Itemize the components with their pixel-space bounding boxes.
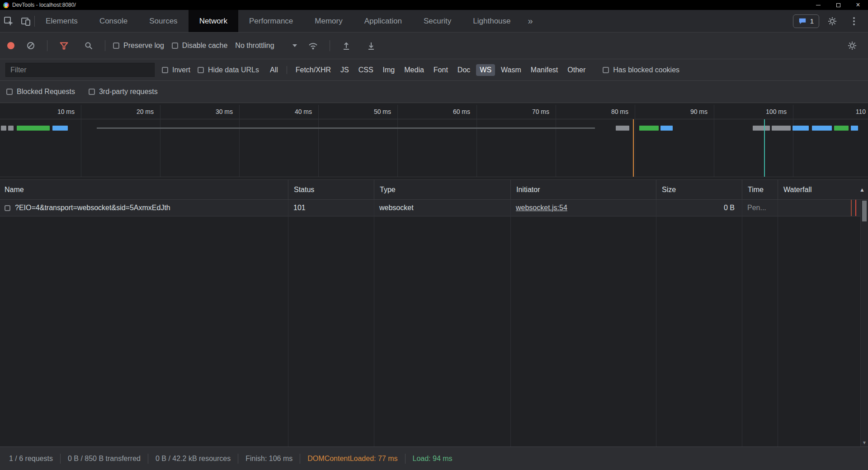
column-separator	[374, 200, 374, 446]
blocked-requests-checkbox[interactable]: Blocked Requests	[6, 88, 75, 96]
minimize-button[interactable]	[808, 0, 828, 10]
record-network-log-button[interactable]	[7, 42, 14, 49]
filter-input[interactable]	[5, 63, 155, 77]
filter-type-doc[interactable]: Doc	[454, 64, 474, 76]
filter-type-other[interactable]: Other	[564, 64, 589, 76]
export-har-button[interactable]	[363, 37, 380, 54]
column-header-type[interactable]: Type	[374, 180, 510, 199]
resources-size: 0 B / 42.2 kB resources	[148, 455, 238, 463]
overview-request-bar	[753, 126, 770, 131]
clear-network-log-button[interactable]	[22, 37, 39, 54]
timeline-gridline	[239, 105, 240, 177]
transferred-size: 0 B / 850 B transferred	[61, 455, 148, 463]
tab-sources[interactable]: Sources	[138, 10, 188, 32]
filter-type-fetchxhr[interactable]: Fetch/XHR	[292, 64, 335, 76]
requests-count: 1 / 6 requests	[2, 455, 60, 463]
filter-type-img[interactable]: Img	[379, 64, 399, 76]
overview-request-bar	[772, 126, 791, 131]
more-tabs-button[interactable]: »	[522, 10, 539, 32]
timeline-gridline	[397, 105, 398, 177]
column-header-name[interactable]: Name	[0, 180, 288, 199]
checkbox-box[interactable]	[6, 89, 13, 95]
initiator-link[interactable]: websocket.js:54	[516, 204, 567, 212]
finish-time: Finish: 106 ms	[238, 455, 300, 463]
checkbox-box[interactable]	[162, 67, 168, 73]
filter-type-ws[interactable]: WS	[476, 64, 495, 76]
sort-ascending-icon: ▲	[859, 187, 865, 193]
toolbar-divider	[105, 40, 105, 51]
column-header-status[interactable]: Status	[288, 180, 374, 199]
column-header-initiator[interactable]: Initiator	[510, 180, 656, 199]
checkbox-box[interactable]	[89, 89, 95, 95]
filter-type-wasm[interactable]: Wasm	[497, 64, 525, 76]
tab-memory[interactable]: Memory	[304, 10, 353, 32]
column-header-waterfall[interactable]: Waterfall▲	[778, 180, 868, 199]
filter-type-media[interactable]: Media	[401, 64, 428, 76]
dcl-event-line	[633, 119, 634, 177]
column-header-label: Name	[5, 186, 24, 194]
search-button[interactable]	[80, 37, 97, 54]
tab-console[interactable]: Console	[89, 10, 138, 32]
tab-application[interactable]: Application	[354, 10, 413, 32]
column-header-time[interactable]: Time	[742, 180, 778, 199]
filter-type-all[interactable]: All	[266, 64, 282, 76]
tab-security[interactable]: Security	[413, 10, 462, 32]
timeline-tick-label: 70 ms	[479, 108, 549, 115]
third-party-requests-checkbox[interactable]: 3rd-party requests	[89, 88, 158, 96]
disable-cache-checkbox[interactable]: Disable cache	[172, 42, 228, 50]
toolbar-divider	[330, 40, 330, 51]
invert-checkbox[interactable]: Invert	[162, 66, 190, 74]
timeline-gridline	[556, 105, 556, 177]
requests-table: NameStatusTypeInitiatorSizeTimeWaterfall…	[0, 179, 868, 446]
requests-table-body: ?EIO=4&transport=websocket&sid=5AxmxEdJt…	[0, 200, 868, 446]
has-blocked-cookies-checkbox[interactable]: Has blocked cookies	[603, 66, 679, 74]
tab-performance[interactable]: Performance	[238, 10, 304, 32]
inspect-element-button[interactable]	[0, 13, 17, 30]
request-status: 101	[288, 200, 374, 216]
filter-type-font[interactable]: Font	[430, 64, 452, 76]
overview-request-bar	[52, 126, 68, 131]
scrollbar-down-icon[interactable]: ▼	[861, 440, 868, 445]
network-conditions-button[interactable]	[305, 37, 322, 54]
invert-label: Invert	[172, 66, 190, 74]
request-checkbox[interactable]	[5, 205, 10, 211]
request-row[interactable]: ?EIO=4&transport=websocket&sid=5AxmxEdJt…	[0, 200, 868, 216]
requests-table-header: NameStatusTypeInitiatorSizeTimeWaterfall…	[0, 180, 868, 200]
settings-button[interactable]	[824, 13, 841, 30]
maximize-icon	[836, 3, 840, 7]
chevron-down-icon	[292, 44, 297, 47]
issues-counter[interactable]: 1	[793, 14, 819, 28]
devtools-tabbar: ElementsConsoleSourcesNetworkPerformance…	[0, 10, 868, 33]
import-har-button[interactable]	[338, 37, 355, 54]
network-overview-timeline[interactable]: 10 ms20 ms30 ms40 ms50 ms60 ms70 ms80 ms…	[0, 105, 868, 177]
timeline-tick-label: 50 ms	[321, 108, 391, 115]
network-settings-button[interactable]	[844, 37, 861, 54]
device-toolbar-button[interactable]	[17, 13, 34, 30]
scrollbar-thumb[interactable]	[862, 201, 867, 221]
more-options-button[interactable]	[845, 13, 863, 30]
filter-toggle-button[interactable]	[55, 37, 72, 54]
column-separator	[778, 200, 778, 446]
filter-type-css[interactable]: CSS	[355, 64, 377, 76]
overview-request-bar	[97, 127, 595, 129]
overview-request-bar	[851, 126, 858, 131]
checkbox-box[interactable]	[198, 67, 204, 73]
hide-data-urls-checkbox[interactable]: Hide data URLs	[198, 66, 259, 74]
filter-type-manifest[interactable]: Manifest	[527, 64, 561, 76]
maximize-button[interactable]	[828, 0, 848, 10]
domcontentloaded-time: DOMContentLoaded: 77 ms	[300, 455, 405, 463]
column-header-size[interactable]: Size	[656, 180, 742, 199]
wifi-icon	[308, 41, 318, 51]
checkbox-box[interactable]	[603, 67, 609, 73]
tab-lighthouse[interactable]: Lighthouse	[462, 10, 521, 32]
throttling-dropdown[interactable]: No throttling	[235, 42, 297, 50]
preserve-log-checkbox[interactable]: Preserve log	[113, 42, 164, 50]
checkbox-box[interactable]	[113, 42, 119, 49]
tab-network[interactable]: Network	[189, 10, 238, 32]
tab-elements[interactable]: Elements	[35, 10, 89, 32]
timeline-gridline	[476, 105, 477, 177]
close-button[interactable]: ×	[848, 0, 868, 10]
filter-type-js[interactable]: JS	[337, 64, 353, 76]
checkbox-box[interactable]	[172, 42, 178, 49]
vertical-scrollbar[interactable]: ▼	[860, 200, 868, 446]
